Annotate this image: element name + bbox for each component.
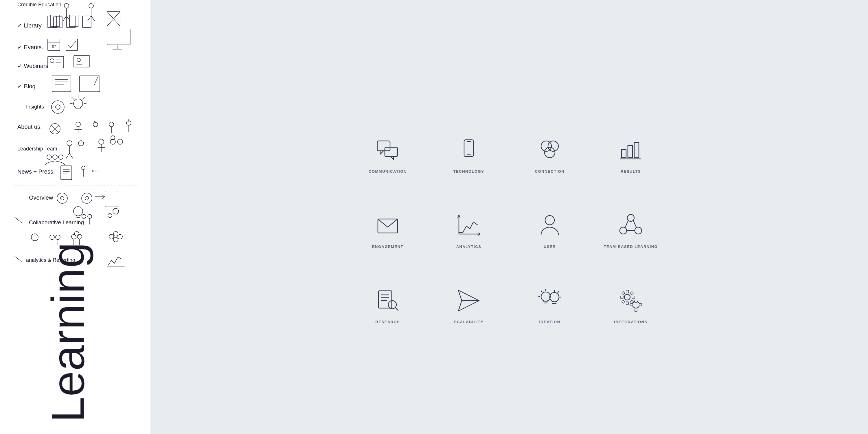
- svg-point-85: [47, 155, 52, 159]
- communication-icon-wrapper: [373, 136, 402, 165]
- svg-point-86: [53, 155, 57, 159]
- svg-rect-151: [621, 150, 626, 158]
- svg-rect-197: [635, 300, 637, 303]
- svg-point-112: [82, 214, 86, 218]
- integrations-icon-wrapper: [616, 286, 645, 315]
- svg-point-109: [73, 207, 83, 216]
- svg-text:?: ?: [127, 119, 130, 123]
- right-icons-panel: COMMUNICATION TECHNOLOGY: [151, 0, 868, 434]
- svg-point-6: [89, 3, 93, 8]
- team-based-learning-icon-wrapper: [616, 211, 645, 240]
- svg-point-101: [85, 196, 89, 200]
- scalability-icon: [457, 289, 480, 312]
- svg-point-121: [50, 235, 54, 240]
- svg-text:About us.: About us.: [18, 124, 42, 130]
- svg-rect-198: [635, 309, 637, 312]
- svg-point-59: [76, 122, 81, 127]
- communication-icon: [376, 138, 399, 162]
- icon-cell-team-based-learning: TEAM-BASED LEARNING: [602, 185, 660, 249]
- svg-point-132: [118, 235, 122, 239]
- svg-point-181: [550, 292, 559, 302]
- analytics-icon-wrapper: [454, 211, 483, 240]
- svg-point-133: [114, 237, 118, 242]
- svg-text:✓ Webinars: ✓ Webinars: [18, 63, 48, 69]
- svg-text:News + Press.: News + Press.: [18, 168, 55, 175]
- svg-point-64: [109, 122, 114, 127]
- svg-text:Leadership Team.: Leadership Team.: [18, 146, 59, 152]
- analytics-icon: [457, 214, 480, 237]
- svg-rect-34: [74, 56, 90, 67]
- connection-label: CONNECTION: [535, 169, 564, 174]
- svg-point-70: [67, 141, 72, 146]
- svg-text:Learning: Learning: [42, 242, 94, 423]
- svg-rect-190: [620, 296, 623, 298]
- svg-line-165: [633, 220, 637, 228]
- research-icon: [376, 289, 399, 312]
- svg-point-130: [109, 235, 114, 239]
- integrations-icon: [619, 289, 642, 312]
- svg-point-100: [82, 193, 92, 204]
- svg-line-107: [14, 217, 22, 223]
- ideation-icon-wrapper: [535, 286, 564, 315]
- engagement-icon: [376, 214, 399, 237]
- svg-rect-191: [632, 296, 635, 298]
- svg-line-138: [108, 260, 112, 265]
- svg-point-31: [50, 59, 54, 63]
- svg-point-75: [79, 141, 84, 146]
- svg-point-93: [82, 166, 85, 169]
- integrations-label: INTEGRATIONS: [614, 320, 647, 324]
- svg-line-51: [72, 97, 74, 99]
- icons-grid: COMMUNICATION TECHNOLOGY: [359, 110, 660, 324]
- svg-point-131: [114, 231, 118, 236]
- svg-point-47: [73, 99, 83, 108]
- svg-point-1: [64, 3, 69, 8]
- svg-text:Collaborative Learning: Collaborative Learning: [29, 219, 84, 225]
- svg-rect-89: [61, 166, 72, 180]
- svg-point-98: [57, 193, 67, 204]
- user-icon-wrapper: [535, 211, 564, 240]
- svg-text:✓ Blog: ✓ Blog: [18, 83, 36, 89]
- icon-cell-research: RESEARCH: [359, 260, 416, 324]
- results-label: RESULTS: [621, 169, 641, 174]
- svg-rect-14: [54, 17, 62, 28]
- svg-rect-153: [634, 143, 639, 158]
- svg-line-139: [112, 260, 114, 263]
- svg-point-125: [71, 235, 76, 239]
- results-icon-wrapper: [616, 136, 645, 165]
- svg-point-123: [56, 235, 60, 240]
- svg-text:Overview: Overview: [29, 194, 53, 201]
- ideation-icon: [538, 289, 561, 312]
- svg-line-52: [83, 97, 85, 99]
- left-sketch-panel: .sketch-text { font-family: 'Comic Sans …: [0, 0, 151, 434]
- svg-text:07: 07: [52, 44, 56, 49]
- svg-rect-12: [48, 16, 56, 28]
- user-label: USER: [544, 245, 556, 249]
- svg-rect-144: [385, 147, 398, 157]
- icon-cell-analytics: ANALYTICS: [440, 185, 498, 249]
- icon-cell-scalability: SCALABILITY: [440, 260, 498, 324]
- svg-point-175: [541, 292, 550, 301]
- icon-cell-engagement: ENGAGEMENT: [359, 185, 416, 249]
- svg-rect-143: [377, 141, 390, 151]
- svg-rect-16: [69, 15, 78, 27]
- svg-line-134: [14, 256, 22, 262]
- svg-line-9: [88, 16, 91, 21]
- svg-line-141: [118, 257, 122, 259]
- svg-rect-188: [626, 290, 628, 293]
- connection-icon-wrapper: [535, 136, 564, 165]
- svg-point-163: [635, 227, 642, 234]
- icon-cell-ideation: IDEATION: [521, 260, 579, 324]
- user-icon: [538, 214, 561, 237]
- technology-icon: [457, 138, 480, 162]
- svg-line-10: [91, 16, 95, 21]
- technology-label: TECHNOLOGY: [454, 169, 484, 174]
- svg-text:✓ Events.: ✓ Events.: [18, 44, 43, 50]
- team-based-learning-label: TEAM-BASED LEARNING: [604, 245, 658, 249]
- svg-rect-21: [107, 29, 130, 45]
- svg-line-164: [625, 220, 628, 228]
- scalability-icon-wrapper: [454, 286, 483, 315]
- svg-point-119: [31, 234, 38, 241]
- svg-point-117: [113, 208, 119, 214]
- svg-rect-199: [630, 304, 633, 306]
- svg-point-78: [99, 139, 104, 144]
